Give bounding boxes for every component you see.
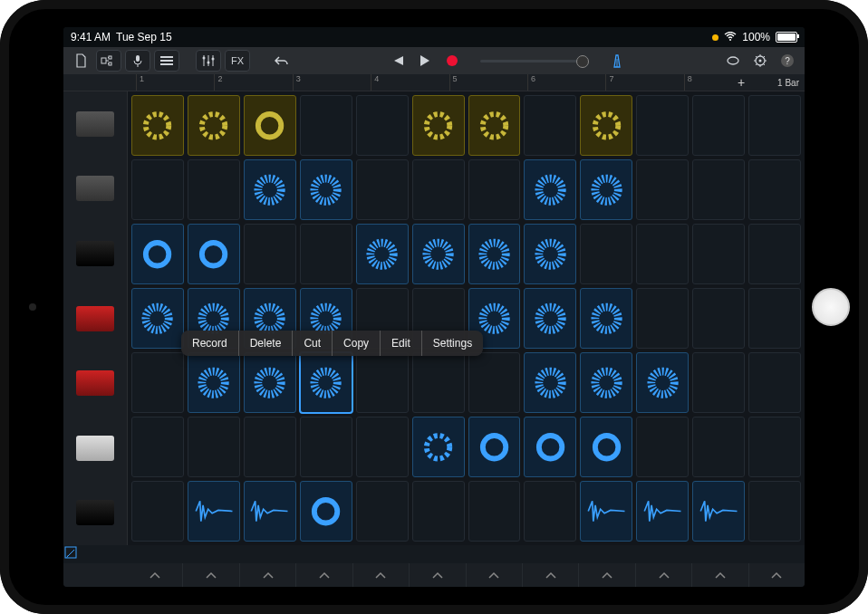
loop-cell-r1-c2[interactable] <box>244 159 296 220</box>
column-trigger-0[interactable] <box>127 563 182 587</box>
loop-cell-r6-c9[interactable] <box>636 481 689 542</box>
loop-cell-r4-c11[interactable] <box>748 352 801 413</box>
column-trigger-6[interactable] <box>466 563 522 587</box>
loop-cell-r1-c11[interactable] <box>748 159 801 220</box>
loop-cell-r1-c8[interactable] <box>580 159 632 220</box>
track-header-keyboard-2[interactable] <box>63 286 127 351</box>
loop-cell-r4-c0[interactable] <box>131 352 184 413</box>
loop-cell-r6-c4[interactable] <box>356 481 409 542</box>
my-songs-button[interactable] <box>69 51 92 71</box>
loop-cell-r6-c2[interactable] <box>244 481 296 542</box>
loop-cell-r4-c2[interactable] <box>244 352 296 413</box>
loop-cell-r0-c6[interactable] <box>468 95 521 156</box>
loop-cell-r0-c1[interactable] <box>188 95 240 156</box>
loop-cell-r1-c1[interactable] <box>188 159 240 220</box>
browser-button[interactable] <box>96 50 121 72</box>
loop-cell-r4-c10[interactable] <box>692 352 745 413</box>
loop-cell-r0-c8[interactable] <box>580 95 632 156</box>
loop-cell-r0-c10[interactable] <box>692 95 745 156</box>
loop-cell-r6-c5[interactable] <box>412 481 465 542</box>
loop-cell-r2-c5[interactable] <box>412 224 465 284</box>
loop-cell-r2-c7[interactable] <box>524 224 576 284</box>
loop-cell-r2-c3[interactable] <box>300 224 352 284</box>
loop-cell-r5-c1[interactable] <box>188 417 240 477</box>
ctx-edit[interactable]: Edit <box>381 331 422 356</box>
undo-button[interactable] <box>270 51 294 71</box>
loop-browser-button[interactable] <box>721 51 745 71</box>
mixer-button[interactable] <box>196 50 221 72</box>
loop-cell-r2-c11[interactable] <box>748 224 801 284</box>
track-header-keyboard-1[interactable] <box>63 221 127 286</box>
column-trigger-11[interactable] <box>748 563 805 587</box>
loop-cell-r6-c1[interactable] <box>188 481 240 542</box>
add-section-button[interactable]: + <box>730 74 752 91</box>
loop-cell-r6-c11[interactable] <box>748 481 801 542</box>
loop-cell-r2-c6[interactable] <box>468 224 521 284</box>
loop-cell-r3-c0[interactable] <box>131 288 184 349</box>
track-header-turntable[interactable] <box>63 480 127 545</box>
loop-cell-r5-c6[interactable] <box>468 417 521 477</box>
loop-cell-r5-c5[interactable] <box>412 417 465 477</box>
loop-cell-r0-c9[interactable] <box>636 95 689 156</box>
ctx-record[interactable]: Record <box>181 331 239 356</box>
ctx-delete[interactable]: Delete <box>239 331 294 356</box>
metronome-button[interactable] <box>605 51 629 71</box>
loop-cell-r4-c6[interactable] <box>468 352 521 413</box>
column-trigger-2[interactable] <box>239 563 295 587</box>
loop-cell-r0-c3[interactable] <box>300 95 352 156</box>
loop-cell-r1-c0[interactable] <box>131 159 184 220</box>
loop-cell-r1-c6[interactable] <box>468 159 521 220</box>
record-button[interactable] <box>440 51 464 71</box>
loop-cell-r4-c7[interactable] <box>524 352 576 413</box>
loop-cell-r4-c5[interactable] <box>412 352 465 413</box>
loop-cell-r6-c8[interactable] <box>580 481 632 542</box>
loop-cell-r6-c10[interactable] <box>692 481 745 542</box>
tracks-view-button[interactable] <box>154 50 179 72</box>
loop-cell-r5-c2[interactable] <box>244 417 296 477</box>
ctx-cut[interactable]: Cut <box>293 331 333 356</box>
loop-cell-r2-c0[interactable] <box>131 224 184 284</box>
loop-cell-r5-c3[interactable] <box>300 417 352 477</box>
loop-cell-r2-c9[interactable] <box>636 224 689 284</box>
ctx-settings[interactable]: Settings <box>422 331 483 356</box>
loop-cell-r3-c8[interactable] <box>580 288 632 349</box>
loop-cell-r2-c10[interactable] <box>692 224 745 284</box>
loop-cell-r5-c7[interactable] <box>524 417 576 477</box>
loop-cell-r2-c8[interactable] <box>580 224 632 284</box>
loop-cell-r4-c1[interactable] <box>188 352 240 413</box>
loop-cell-r1-c3[interactable] <box>300 159 352 220</box>
loop-cell-r1-c4[interactable] <box>356 159 409 220</box>
column-trigger-3[interactable] <box>295 563 352 587</box>
track-header-drum-machine-1[interactable] <box>63 91 127 157</box>
loop-cell-r5-c10[interactable] <box>692 417 745 477</box>
bar-length-label[interactable]: 1 Bar <box>777 74 799 91</box>
ctx-copy[interactable]: Copy <box>333 331 381 356</box>
track-header-drum-machine-2[interactable] <box>63 157 127 222</box>
loop-cell-r0-c11[interactable] <box>748 95 801 156</box>
loop-cell-r2-c4[interactable] <box>356 224 409 284</box>
loop-cell-r6-c0[interactable] <box>131 481 184 542</box>
loop-cell-r1-c10[interactable] <box>692 159 745 220</box>
loop-cell-r4-c9[interactable] <box>636 352 689 413</box>
settings-button[interactable] <box>748 51 772 71</box>
column-trigger-5[interactable] <box>409 563 465 587</box>
loop-cell-r5-c11[interactable] <box>748 417 801 477</box>
home-button[interactable] <box>812 288 850 326</box>
edit-mode-button[interactable] <box>63 545 805 563</box>
loop-cell-r2-c2[interactable] <box>244 224 296 284</box>
loop-cell-r6-c6[interactable] <box>468 481 521 542</box>
loop-cell-r1-c5[interactable] <box>412 159 465 220</box>
loop-cell-r5-c9[interactable] <box>636 417 689 477</box>
column-trigger-4[interactable] <box>352 563 409 587</box>
column-trigger-7[interactable] <box>522 563 578 587</box>
loop-cell-r3-c11[interactable] <box>748 288 801 349</box>
ruler[interactable]: + 1 Bar 12345678 <box>63 74 805 91</box>
master-volume-slider[interactable] <box>480 60 589 62</box>
play-button[interactable] <box>413 51 437 71</box>
loop-cell-r3-c9[interactable] <box>636 288 689 349</box>
loop-cell-r0-c5[interactable] <box>412 95 465 156</box>
column-trigger-10[interactable] <box>691 563 747 587</box>
fx-button[interactable]: FX <box>225 50 250 72</box>
track-header-synth[interactable] <box>63 416 127 481</box>
loop-cell-r0-c2[interactable] <box>244 95 296 156</box>
